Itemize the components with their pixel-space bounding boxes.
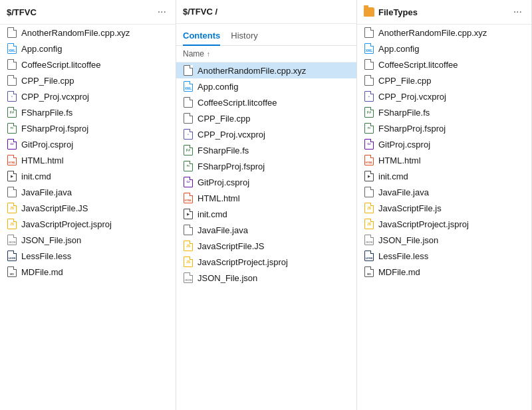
left-panel-header: $/TFVC ··· [0, 0, 176, 25]
list-item[interactable]: JSON JSON_File.json [176, 270, 356, 286]
file-name: FSharpFile.fs [378, 108, 430, 118]
sort-label: Name [183, 49, 204, 58]
list-item[interactable]: CPP_File.cpp [176, 110, 356, 126]
file-name: FSharpFile.fs [21, 108, 72, 118]
file-icon [364, 75, 374, 86]
file-name: JavaFile.java [378, 187, 429, 197]
file-icon [7, 59, 17, 70]
list-item[interactable]: JavaFile.java [0, 184, 176, 200]
html-icon: HTML [7, 155, 17, 165]
file-icon [183, 97, 194, 108]
file-name: FSharpProj.fsproj [21, 124, 88, 134]
js-icon: JS [183, 256, 194, 267]
list-item[interactable]: ▶ init.cmd [176, 206, 356, 222]
file-name: App.config [21, 44, 62, 54]
list-item[interactable]: CoffeeScript.litcoffee [357, 56, 531, 72]
right-panel-menu-button[interactable]: ··· [511, 5, 525, 19]
fs-icon: F# [7, 107, 17, 118]
file-name: JavaFile.java [198, 225, 248, 235]
list-item[interactable]: AnotherRandomFile.cpp.xyz [357, 25, 531, 41]
js-icon: JS [364, 203, 374, 213]
file-icon [183, 65, 194, 76]
list-item[interactable]: ▶ init.cmd [357, 168, 531, 184]
list-item[interactable]: JS JavaScriptFile.JS [0, 200, 176, 216]
list-item[interactable]: CPP_File.cpp [357, 72, 531, 88]
file-icon [7, 75, 17, 86]
file-name: HTML.html [378, 155, 421, 165]
list-item[interactable]: C# GitProj.csproj [0, 136, 176, 152]
file-icon [7, 187, 17, 197]
list-item[interactable]: HTML HTML.html [0, 152, 176, 168]
fsproj-icon: F# [7, 123, 17, 134]
html-icon: HTML [183, 193, 194, 203]
list-item[interactable]: F# FSharpProj.fsproj [176, 158, 356, 174]
file-name: JavaFile.java [21, 187, 72, 197]
fsproj-icon: F# [364, 123, 374, 134]
file-name: JavaScriptFile.js [378, 203, 442, 213]
fsproj-icon: F# [183, 161, 194, 171]
file-name: CoffeeScript.litcoffee [198, 98, 277, 108]
list-item[interactable]: XML App.config [0, 41, 176, 56]
less-icon: LESS [7, 251, 17, 261]
list-item[interactable]: F# FSharpFile.fs [357, 104, 531, 120]
file-name: JavaScriptFile.JS [198, 241, 264, 251]
list-item[interactable]: JS JavaScriptProject.jsproj [176, 254, 356, 270]
list-item[interactable]: F# FSharpFile.fs [176, 142, 356, 158]
file-name: AnotherRandomFile.cpp.xyz [21, 28, 130, 38]
list-item[interactable]: XML App.config [176, 78, 356, 94]
list-item[interactable]: F# FSharpFile.fs [0, 104, 176, 120]
list-item[interactable]: JSON JSON_File.json [357, 232, 531, 248]
list-item[interactable]: F# FSharpProj.fsproj [357, 120, 531, 136]
json-icon: JSON [364, 235, 374, 245]
file-name: MDFile.md [378, 267, 420, 277]
tab-history[interactable]: History [231, 28, 257, 46]
list-item[interactable]: JS JavaScriptProject.jsproj [0, 216, 176, 232]
left-panel-menu-button[interactable]: ··· [155, 5, 169, 19]
csproj-icon: C# [183, 177, 194, 187]
file-icon [183, 113, 194, 124]
list-item[interactable]: HTML HTML.html [357, 152, 531, 168]
list-item[interactable]: F# FSharpProj.fsproj [0, 120, 176, 136]
list-item[interactable]: CoffeeScript.litcoffee [176, 94, 356, 110]
list-item[interactable]: HTML HTML.html [176, 190, 356, 206]
list-item[interactable]: MD MDFile.md [0, 264, 176, 280]
list-item[interactable]: LESS LessFile.less [357, 248, 531, 264]
list-item[interactable]: JavaFile.java [176, 222, 356, 238]
list-item[interactable]: JavaFile.java [357, 184, 531, 200]
folder-icon [364, 7, 374, 17]
list-item[interactable]: AnotherRandomFile.cpp.xyz [0, 25, 176, 41]
list-item[interactable]: ▶ init.cmd [0, 168, 176, 184]
list-item[interactable]: JS JavaScriptFile.JS [176, 238, 356, 254]
list-item[interactable]: CPP_File.cpp [0, 72, 176, 88]
json-icon: JSON [7, 235, 17, 245]
sort-row: Name ↑ [176, 46, 356, 62]
file-name: CPP_Proj.vcxproj [21, 92, 89, 102]
list-item[interactable]: LESS LessFile.less [0, 248, 176, 264]
list-item[interactable]: + CPP_Proj.vcxproj [0, 88, 176, 104]
list-item[interactable]: MD MDFile.md [357, 264, 531, 280]
list-item[interactable]: JSON JSON_File.json [0, 232, 176, 248]
file-name: CPP_Proj.vcxproj [378, 92, 446, 102]
file-name: AnotherRandomFile.cpp.xyz [198, 66, 306, 76]
list-item[interactable]: + CPP_Proj.vcxproj [357, 88, 531, 104]
file-name: JavaScriptProject.jsproj [378, 219, 469, 229]
tab-contents[interactable]: Contents [183, 28, 220, 46]
list-item[interactable]: C# GitProj.csproj [176, 174, 356, 190]
file-name: CoffeeScript.litcoffee [21, 60, 100, 70]
right-panel-title: FileTypes [364, 7, 418, 17]
file-icon [7, 27, 17, 38]
csproj-icon: C# [7, 139, 17, 150]
list-item[interactable]: JS JavaScriptProject.jsproj [357, 216, 531, 232]
left-panel: $/TFVC ··· AnotherRandomFile.cpp.xyz XML… [0, 0, 176, 410]
list-item[interactable]: XML App.config [357, 41, 531, 56]
middle-panel-header: $/TFVC / [176, 0, 356, 24]
list-item[interactable]: JS JavaScriptFile.js [357, 200, 531, 216]
file-name: JSON_File.json [198, 273, 257, 283]
list-item[interactable]: + CPP_Proj.vcxproj [176, 126, 356, 142]
file-name: AnotherRandomFile.cpp.xyz [378, 28, 487, 38]
middle-panel-title: $/TFVC / [183, 7, 217, 17]
list-item[interactable]: C# GitProj.csproj [357, 136, 531, 152]
list-item[interactable]: CoffeeScript.litcoffee [0, 56, 176, 72]
file-name: FSharpProj.fsproj [198, 161, 265, 171]
list-item[interactable]: AnotherRandomFile.cpp.xyz [176, 62, 356, 78]
